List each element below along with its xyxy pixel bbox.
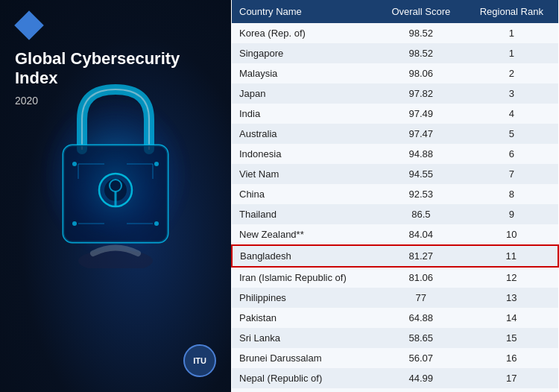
left-content: Global Cybersecurity Index 2020	[15, 15, 224, 107]
cell-country: Thailand	[232, 204, 377, 224]
table-row: Singapore98.521	[232, 43, 558, 63]
cell-rank: 15	[465, 328, 558, 348]
cell-score: 84.04	[377, 224, 465, 245]
cell-score: 97.47	[377, 124, 465, 144]
table-row: Nepal (Republic of)44.9917	[232, 368, 558, 388]
table-row: Korea (Rep. of)98.521	[232, 23, 558, 43]
cell-country: Sri Lanka	[232, 328, 377, 348]
table-row: Sri Lanka58.6515	[232, 328, 558, 348]
table-header-row: Country Name Overall Score Regional Rank	[232, 0, 558, 23]
report-title: Global Cybersecurity Index	[15, 49, 224, 89]
table-row: Thailand86.59	[232, 204, 558, 224]
cell-country: Australia	[232, 124, 377, 144]
table-row: Iran (Islamic Republic of)81.0612	[232, 267, 558, 288]
cell-country: Viet Nam	[232, 164, 377, 184]
cell-country: India	[232, 104, 377, 124]
cell-country: Indonesia	[232, 144, 377, 164]
cell-score: 98.06	[377, 63, 465, 83]
cell-country: Singapore	[232, 43, 377, 63]
cell-rank: 17	[465, 368, 558, 388]
cell-score: 81.27	[377, 245, 465, 267]
col-header-score: Overall Score	[377, 0, 465, 23]
cell-country: Pakistan	[232, 308, 377, 328]
diamond-logo	[14, 10, 44, 40]
cell-country: New Zealand**	[232, 224, 377, 245]
cell-rank: 5	[465, 124, 558, 144]
cell-rank: 13	[465, 288, 558, 308]
table-row: Pakistan64.8814	[232, 308, 558, 328]
cell-rank: 2	[465, 63, 558, 83]
table-row: Bangladesh81.2711	[232, 245, 558, 267]
cell-country: Bangladesh	[232, 245, 377, 267]
table-row: Australia97.475	[232, 124, 558, 144]
cell-score: 97.49	[377, 104, 465, 124]
cell-country: Nepal (Republic of)	[232, 368, 377, 388]
svg-point-17	[154, 221, 159, 226]
table-row: Myanmar36.4118	[232, 388, 558, 392]
table-row: New Zealand**84.0410	[232, 224, 558, 245]
table-row: Brunei Darussalam56.0716	[232, 348, 558, 368]
cell-rank: 4	[465, 104, 558, 124]
report-year: 2020	[15, 95, 224, 107]
cell-country: Philippines	[232, 288, 377, 308]
cell-score: 56.07	[377, 348, 465, 368]
table-row: Malaysia98.062	[232, 63, 558, 83]
cell-country: Malaysia	[232, 63, 377, 83]
cell-rank: 1	[465, 43, 558, 63]
cell-rank: 16	[465, 348, 558, 368]
cell-score: 36.41	[377, 388, 465, 392]
svg-point-16	[72, 221, 77, 226]
svg-point-14	[72, 162, 77, 166]
cell-score: 92.53	[377, 184, 465, 204]
cell-rank: 10	[465, 224, 558, 245]
table-row: Viet Nam94.557	[232, 164, 558, 184]
table-row: India97.494	[232, 104, 558, 124]
cell-country: China	[232, 184, 377, 204]
left-panel: Global Cybersecurity Index 2020 ITU	[0, 0, 231, 392]
cell-rank: 18	[465, 388, 558, 392]
cell-country: Brunei Darussalam	[232, 348, 377, 368]
table-row: Japan97.823	[232, 83, 558, 104]
cell-rank: 14	[465, 308, 558, 328]
cell-country: Japan	[232, 83, 377, 104]
svg-point-15	[154, 162, 159, 166]
cell-score: 77	[377, 288, 465, 308]
cell-score: 58.65	[377, 328, 465, 348]
itu-label: ITU	[193, 356, 206, 365]
rankings-table: Country Name Overall Score Regional Rank…	[231, 0, 559, 392]
cell-rank: 6	[465, 144, 558, 164]
table-row: Philippines7713	[232, 288, 558, 308]
cell-score: 98.52	[377, 23, 465, 43]
svg-point-18	[78, 250, 153, 268]
itu-logo: ITU	[183, 344, 216, 377]
cell-rank: 11	[465, 245, 558, 267]
cell-score: 81.06	[377, 267, 465, 288]
cell-score: 98.52	[377, 43, 465, 63]
cell-score: 64.88	[377, 308, 465, 328]
cell-score: 94.55	[377, 164, 465, 184]
cell-score: 44.99	[377, 368, 465, 388]
itu-badge: ITU	[183, 344, 216, 377]
cell-country: Korea (Rep. of)	[232, 23, 377, 43]
cell-country: Iran (Islamic Republic of)	[232, 267, 377, 288]
right-panel: Country Name Overall Score Regional Rank…	[231, 0, 559, 392]
cell-rank: 12	[465, 267, 558, 288]
cell-score: 94.88	[377, 144, 465, 164]
cell-score: 86.5	[377, 204, 465, 224]
cell-rank: 9	[465, 204, 558, 224]
col-header-rank: Regional Rank	[465, 0, 558, 23]
cell-rank: 7	[465, 164, 558, 184]
cell-score: 97.82	[377, 83, 465, 104]
cell-rank: 8	[465, 184, 558, 204]
table-row: China92.538	[232, 184, 558, 204]
col-header-country: Country Name	[232, 0, 377, 23]
cell-rank: 1	[465, 23, 558, 43]
cell-rank: 3	[465, 83, 558, 104]
table-row: Indonesia94.886	[232, 144, 558, 164]
cell-country: Myanmar	[232, 388, 377, 392]
